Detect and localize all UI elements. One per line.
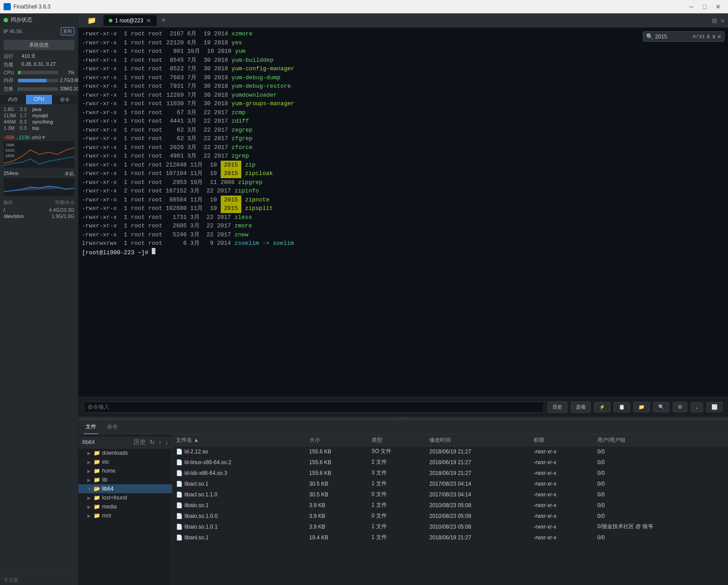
terminal-search: 🔍 0/33 ∧ ∨ ✕ <box>643 31 724 42</box>
file-name: 📄libaio.so.1 <box>172 500 306 511</box>
mem-progress-bar <box>18 79 47 82</box>
expand-icon: ▶ <box>87 451 92 456</box>
table-row[interactable]: 📄libaio.so.1.0.0 3.9 KB 0 文件 2010/08/23 … <box>172 511 728 521</box>
file-tree-toolbar: /lib64 历史 ↻ ↑ ↓ <box>78 436 172 448</box>
col-mtime[interactable]: 修改时间 <box>426 435 530 446</box>
search-close-icon[interactable]: ✕ <box>718 33 721 40</box>
cmd-bar: 历史 选项 ⚡ 📋 📁 🔍 ⚙ ↓ ⬜ <box>78 397 728 417</box>
tree-item-lib64[interactable]: ▼ 📂 lib64 <box>78 484 172 493</box>
file-list-wrap: 文件名 ▲ 大小 类型 修改时间 权限 用户/用户组 📄ld-2.12.so <box>172 435 728 585</box>
file-line-zipinfo: -rwxr-xr-x 2 root root 167152 3月 22 2017… <box>82 187 724 196</box>
tree-label: lib <box>102 477 107 483</box>
tree-item-home[interactable]: ▶ 📁 home <box>78 466 172 475</box>
refresh-btn[interactable]: ↻ <box>150 438 155 446</box>
sys-info-button[interactable]: 系统信息 <box>4 40 74 50</box>
col-perm[interactable]: 权限 <box>530 435 594 446</box>
ping-value: 254ms <box>4 171 18 177</box>
proc-row-top: 1.3M 0.3 top <box>0 125 78 131</box>
col-filename[interactable]: 文件名 ▲ <box>172 435 306 446</box>
down-btn[interactable]: ↓ <box>165 438 168 446</box>
close-button[interactable]: ✕ <box>712 2 724 11</box>
search-prev-icon[interactable]: ∧ <box>707 33 710 40</box>
file-perm: -rwxr-xr-x <box>530 489 594 500</box>
file-name: 📄ld-lsb-x86-64.so.3 <box>172 468 306 478</box>
file-line-yumdownloader: -rwxr-xr-x 1 root root 12289 7月 30 2018 … <box>82 91 724 100</box>
copy-ip-button[interactable]: 复制 <box>61 27 74 35</box>
tab-1[interactable]: 1 root@223 ✕ <box>103 15 157 26</box>
sidebar-tab-cpu[interactable]: CPU <box>26 95 52 104</box>
download-button[interactable]: ↓ <box>691 402 703 412</box>
proc-syncthing-cpu: 0.3 <box>20 119 32 124</box>
file-mtime: 2010/08/23 05:08 <box>426 500 530 511</box>
list-view-button[interactable]: ≡ <box>721 17 724 24</box>
history-button[interactable]: 历史 <box>548 401 567 413</box>
file-perm: -rwxr-xr-x <box>530 500 594 511</box>
tree-item-lostfound[interactable]: ▶ 📁 lost+found <box>78 493 172 502</box>
table-row[interactable]: 📄ld-lsb-x86-64.so.3 155.6 KB 3 文件 2018/0… <box>172 468 728 478</box>
search-input[interactable] <box>655 34 691 40</box>
file-line-zip: -rwxr-xr-x 1 root root 212048 11月 10 201… <box>82 161 724 170</box>
file-line-yum-debug-restore: -rwxr-xr-x 1 root root 7931 7月 30 2018 y… <box>82 82 724 91</box>
file-line-yum-config-manager: -rwxr-xr-x 1 root root 8522 7月 30 2018 y… <box>82 64 724 73</box>
cmd-input-wrap <box>84 401 544 413</box>
folder-icon-btn[interactable]: 📁 <box>82 14 102 26</box>
grid-view-button[interactable]: ⊞ <box>712 17 717 24</box>
folder-icon: 📁 <box>94 468 100 474</box>
swap-progress-bar-wrap <box>18 87 58 91</box>
mem-progress-bar-wrap <box>18 79 58 82</box>
tab-actions: ⊞ ≡ <box>712 17 724 24</box>
file-line-zegrep: -rwxr-xr-x 1 root root 62 3月 22 2017 zeg… <box>82 126 724 135</box>
proc-java-mem: 1.8G <box>4 107 20 112</box>
col-owner[interactable]: 用户/用户组 <box>594 435 728 446</box>
tree-item-media[interactable]: ▶ 📁 media <box>78 502 172 511</box>
options-button[interactable]: 选项 <box>571 401 591 413</box>
proc-row-syncthing: 446M 0.3 syncthing <box>0 119 78 125</box>
search-button[interactable]: 🔍 <box>653 402 669 412</box>
btab-file[interactable]: 文件 <box>84 420 98 434</box>
table-row[interactable]: 📄libacl.so.1.1.0 30.5 KB 0 文件 2017/08/23… <box>172 489 728 500</box>
maximize-button[interactable]: □ <box>698 2 711 11</box>
table-row[interactable]: 📄libanl.so.1 19.4 KB 1 文件 2018/06/19 21:… <box>172 532 728 543</box>
table-row[interactable]: 📄ld-linux-x86-64.so.2 155.6 KB 2 文件 2018… <box>172 457 728 468</box>
folder-button[interactable]: 📁 <box>634 402 650 412</box>
tree-item-mnt[interactable]: ▶ 📁 mnt <box>78 511 172 520</box>
clipboard-button[interactable]: 📋 <box>614 402 630 412</box>
tree-item-lib[interactable]: ▶ 📁 lib <box>78 475 172 484</box>
file-line-zipgrep: -rwxr-xr-x 1 root root 2953 10月 11 2008 … <box>82 178 724 187</box>
cmd-input[interactable] <box>88 404 540 410</box>
tab-close-icon[interactable]: ✕ <box>146 17 151 24</box>
btab-cmd[interactable]: 命令 <box>105 420 120 434</box>
file-size: 3.9 KB <box>306 511 368 521</box>
sidebar-tab-memory[interactable]: 内存 <box>0 95 26 104</box>
terminal-cursor <box>152 248 155 254</box>
file-type: 1 文件 <box>368 521 426 532</box>
file-mtime: 2018/06/19 21:27 <box>426 532 530 543</box>
tree-item-etc[interactable]: ▶ 📁 etc <box>78 457 172 466</box>
maximize-term-button[interactable]: ⬜ <box>707 402 723 412</box>
tree-item-downloads[interactable]: ▶ 📁 downloads <box>78 448 172 457</box>
up-btn[interactable]: ↑ <box>158 438 162 446</box>
tab-add-button[interactable]: + <box>158 16 169 25</box>
lightning-button[interactable]: ⚡ <box>594 402 610 412</box>
sidebar-tab-commands[interactable]: 命令 <box>52 95 78 104</box>
load-value: 0.28, 0.31, 0.27 <box>21 61 56 68</box>
file-line-yes: -rwxr-xr-x 1 root root 22120 6月 19 2018 … <box>82 38 724 47</box>
sync-label: 同步状态 <box>11 16 32 24</box>
expand-icon: ▶ <box>87 495 92 500</box>
net-dropdown-icon[interactable]: ▼ <box>41 135 46 140</box>
file-owner: 0/0 <box>594 532 728 543</box>
col-size[interactable]: 大小 <box>306 435 368 446</box>
col-type[interactable]: 类型 <box>368 435 426 446</box>
settings-button[interactable]: ⚙ <box>673 402 687 412</box>
search-next-icon[interactable]: ∨ <box>712 33 715 40</box>
history-btn[interactable]: 历史 <box>133 438 146 446</box>
table-row[interactable]: 📄libacl.so.1 30.5 KB 1 文件 2017/08/23 04:… <box>172 478 728 489</box>
proc-top-mem: 1.3M <box>4 125 20 131</box>
file-size: 3.9 KB <box>306 500 368 511</box>
ip-label: IP 45.56. <box>4 29 61 34</box>
minimize-button[interactable]: ─ <box>685 2 698 11</box>
table-row[interactable]: 📄ld-2.12.so 155.6 KB SO 文件 2018/06/19 21… <box>172 446 728 457</box>
table-row[interactable]: 📄libaio.so.1 3.9 KB 1 文件 2010/08/23 05:0… <box>172 500 728 511</box>
right-content: 📁 1 root@223 ✕ + ⊞ ≡ 🔍 0/33 ∧ ∨ ✕ <box>78 13 728 585</box>
table-row[interactable]: 📄libaio.so.1.0.1 3.9 KB 1 文件 2010/08/23 … <box>172 521 728 532</box>
